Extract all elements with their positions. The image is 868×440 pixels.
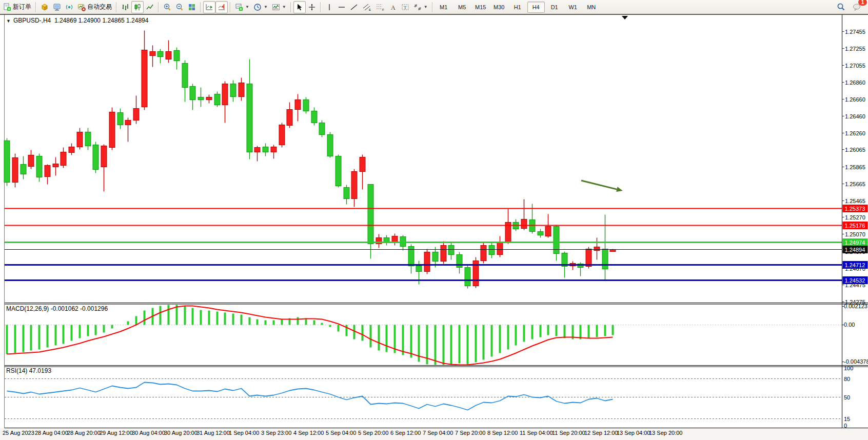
macd-indicator-label: MACD(12,26,9) -0.001062 -0.001296 — [6, 305, 108, 312]
zoom-out-icon — [175, 3, 184, 11]
new-chart-button[interactable]: ▼ — [233, 1, 251, 13]
new-order-button[interactable]: 新订单 — [1, 1, 33, 13]
svg-text:25 Aug 2023: 25 Aug 2023 — [3, 430, 34, 436]
terminal-button[interactable] — [51, 1, 63, 13]
toolbar-separator — [116, 2, 117, 12]
bar-chart-icon — [121, 3, 129, 11]
zoom-in-button[interactable] — [161, 1, 173, 13]
svg-text:30 Aug 20:00: 30 Aug 20:00 — [164, 430, 198, 436]
svg-text:1.26660: 1.26660 — [845, 96, 865, 103]
candle-body — [182, 64, 188, 88]
svg-text:4 Sep 12:00: 4 Sep 12:00 — [293, 430, 324, 436]
equidistant-channel-icon: E — [362, 3, 371, 11]
candle-body — [263, 147, 268, 152]
autotrading-button[interactable]: 自动交易 — [75, 1, 114, 13]
timeframe-button-M1[interactable]: M1 — [435, 2, 452, 13]
timeframe-button-H4[interactable]: H4 — [527, 2, 545, 13]
arrows-button[interactable]: ▼ — [411, 1, 430, 13]
candle-body — [545, 227, 551, 236]
timeframe-button-M5[interactable]: M5 — [453, 2, 471, 13]
candle-body — [287, 110, 292, 126]
horizontal-line-button[interactable] — [336, 1, 348, 13]
candle-body — [125, 121, 131, 125]
equidistant-channel-button[interactable]: E — [360, 1, 373, 13]
svg-text:5 Sep 20:00: 5 Sep 20:00 — [358, 430, 388, 436]
timeframe-button-MN[interactable]: MN — [583, 2, 600, 13]
svg-text:1.26460: 1.26460 — [845, 113, 865, 119]
candle-body — [489, 246, 495, 255]
candle-body — [150, 52, 155, 56]
svg-text:1.27055: 1.27055 — [845, 63, 865, 69]
candle-body — [344, 188, 349, 199]
timeframe-button-H1[interactable]: H1 — [509, 2, 526, 13]
alerts-button[interactable] — [63, 1, 75, 13]
timeframe-button-M30[interactable]: M30 — [490, 2, 508, 13]
vertical-line-button[interactable] — [323, 1, 336, 13]
candle-body — [481, 246, 486, 261]
autoscroll-button[interactable] — [203, 1, 215, 13]
clock-icon — [253, 3, 262, 11]
candle-body — [77, 132, 83, 147]
svg-text:-0.004378: -0.004378 — [844, 358, 868, 365]
svg-text:11 Sep 04:00: 11 Sep 04:00 — [520, 430, 553, 436]
svg-text:1.27455: 1.27455 — [845, 29, 865, 35]
candle-body — [206, 97, 212, 100]
time-axis[interactable]: 25 Aug 202328 Aug 04:0028 Aug 20:0029 Au… — [3, 430, 682, 436]
toolbar-separator — [290, 2, 291, 12]
fibonacci-button[interactable]: F — [373, 1, 387, 13]
candle-body — [521, 219, 527, 229]
svg-text:1.26860: 1.26860 — [845, 79, 865, 86]
candle-body — [198, 97, 204, 100]
timeframe-button-D1[interactable]: D1 — [546, 2, 563, 13]
candle-body — [21, 165, 26, 174]
crosshair-icon — [308, 3, 316, 11]
candle-body — [610, 250, 616, 252]
chevron-down-icon: ▼ — [245, 5, 249, 9]
svg-text:1 Sep 04:00: 1 Sep 04:00 — [229, 430, 259, 436]
svg-text:0.00: 0.00 — [844, 322, 855, 328]
svg-text:13 Sep 20:00: 13 Sep 20:00 — [649, 430, 682, 436]
text-label-button[interactable]: T — [399, 1, 411, 13]
text-button[interactable]: A — [387, 1, 399, 13]
svg-text:1.25270: 1.25270 — [845, 214, 865, 221]
svg-text:1.25865: 1.25865 — [845, 164, 865, 170]
svg-text:6 Sep 12:00: 6 Sep 12:00 — [390, 430, 421, 436]
toolbar-separator — [230, 2, 231, 12]
candlestick-chart-button[interactable] — [131, 1, 144, 13]
candle-body — [69, 147, 74, 153]
timeframe-button-M15[interactable]: M15 — [472, 2, 489, 13]
tile-windows-button[interactable] — [186, 1, 198, 13]
svg-text:F: F — [382, 8, 384, 11]
timeframe-button-W1[interactable]: W1 — [564, 2, 582, 13]
candle-body — [214, 94, 220, 105]
svg-text:5 Sep 04:00: 5 Sep 04:00 — [326, 430, 356, 436]
indicators-button[interactable]: ▼ — [270, 1, 288, 13]
market-watch-button[interactable] — [38, 1, 51, 13]
chart-dropdown-icon[interactable]: ▼ — [6, 18, 11, 24]
zoom-out-button[interactable] — [173, 1, 186, 13]
chart-plot-area[interactable]: 1.274551.272551.270551.268601.266601.264… — [0, 0, 868, 440]
candle-body — [109, 112, 115, 148]
svg-text:8 Sep 12:00: 8 Sep 12:00 — [487, 430, 518, 436]
cursor-button[interactable] — [293, 1, 306, 13]
notifications-button[interactable]: 1 — [851, 1, 864, 13]
search-button[interactable] — [835, 1, 847, 13]
cursor-icon — [295, 3, 304, 11]
candle-body — [4, 141, 10, 183]
candle-body — [166, 52, 171, 59]
bar-chart-button[interactable] — [119, 1, 131, 13]
periods-button[interactable]: ▼ — [251, 1, 270, 13]
text-label-icon: T — [401, 3, 409, 11]
toolbar-separator — [200, 2, 201, 12]
candle-body — [465, 268, 470, 286]
svg-text:7 Sep 04:00: 7 Sep 04:00 — [423, 430, 453, 436]
crosshair-button[interactable] — [306, 1, 318, 13]
candle-body — [602, 249, 608, 269]
chart-shift-button[interactable] — [215, 1, 228, 13]
svg-text:T: T — [404, 5, 407, 10]
svg-text:1.25465: 1.25465 — [845, 198, 865, 204]
chart-shift-icon — [218, 3, 226, 11]
trendline-button[interactable] — [348, 1, 360, 13]
candle-body — [303, 100, 309, 111]
line-chart-button[interactable] — [144, 1, 156, 13]
